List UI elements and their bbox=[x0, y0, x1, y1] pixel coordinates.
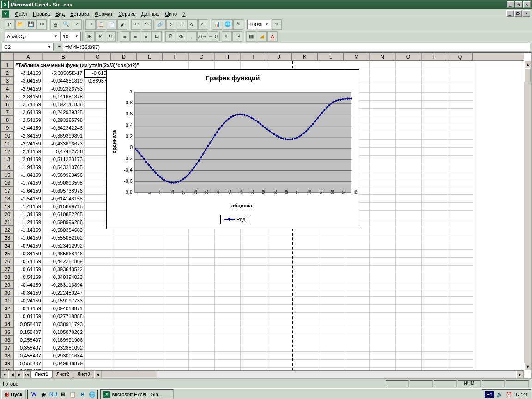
row-header[interactable]: 11 bbox=[1, 139, 14, 147]
merge-center-button[interactable]: ⊞ bbox=[151, 31, 162, 42]
cell[interactable]: -0,044851819 bbox=[43, 77, 85, 85]
cell[interactable] bbox=[396, 203, 422, 211]
cell[interactable] bbox=[318, 289, 344, 297]
cell[interactable] bbox=[292, 61, 318, 69]
cell[interactable] bbox=[447, 328, 473, 336]
map-button[interactable]: 🌐 bbox=[223, 19, 233, 30]
cell[interactable] bbox=[163, 258, 189, 266]
cell[interactable] bbox=[318, 61, 344, 69]
cell[interactable]: -0,141681878 bbox=[43, 93, 85, 101]
cell[interactable] bbox=[241, 273, 266, 281]
cell[interactable] bbox=[447, 109, 473, 116]
cell[interactable] bbox=[396, 328, 422, 336]
cell[interactable] bbox=[396, 344, 422, 352]
column-header-E[interactable]: E bbox=[137, 53, 163, 61]
cell[interactable] bbox=[422, 258, 447, 266]
cell[interactable] bbox=[447, 320, 473, 328]
cell[interactable] bbox=[447, 93, 473, 101]
cell[interactable] bbox=[344, 352, 370, 360]
mdi-minimize-button[interactable]: _ bbox=[506, 10, 514, 17]
cell[interactable]: 0,258407 bbox=[14, 336, 43, 344]
cell[interactable] bbox=[163, 305, 189, 313]
cell[interactable] bbox=[111, 297, 137, 305]
row-header[interactable]: 10 bbox=[1, 132, 14, 139]
cell[interactable] bbox=[370, 93, 396, 101]
cell[interactable]: -0,342342246 bbox=[43, 124, 85, 132]
cell[interactable] bbox=[137, 320, 163, 328]
cell[interactable] bbox=[370, 203, 396, 211]
cell[interactable] bbox=[447, 69, 473, 77]
cell[interactable] bbox=[292, 234, 318, 242]
cell[interactable] bbox=[422, 218, 447, 226]
cell[interactable] bbox=[370, 360, 396, 368]
cell[interactable] bbox=[137, 273, 163, 281]
cell[interactable] bbox=[370, 289, 396, 297]
cell[interactable]: -0,092326753 bbox=[43, 85, 85, 93]
cell[interactable] bbox=[163, 250, 189, 258]
column-header-B[interactable]: B bbox=[42, 53, 84, 61]
toolbar-handle[interactable] bbox=[2, 32, 3, 41]
cell[interactable] bbox=[137, 258, 163, 266]
cell[interactable] bbox=[163, 328, 189, 336]
underline-button[interactable]: Ч bbox=[106, 31, 116, 42]
cell[interactable] bbox=[447, 156, 473, 163]
cell[interactable] bbox=[344, 289, 370, 297]
cell[interactable]: -3,14159 bbox=[14, 69, 43, 77]
cell[interactable] bbox=[111, 250, 137, 258]
cell[interactable] bbox=[370, 281, 396, 289]
cell[interactable] bbox=[189, 281, 215, 289]
zoom-select[interactable]: 100%▼ bbox=[247, 20, 271, 29]
cell[interactable] bbox=[396, 250, 422, 258]
cell[interactable] bbox=[396, 101, 422, 109]
cell[interactable] bbox=[447, 234, 473, 242]
cell[interactable] bbox=[370, 344, 396, 352]
row-header[interactable]: 12 bbox=[1, 147, 14, 155]
cell[interactable] bbox=[396, 360, 422, 368]
cell[interactable]: -0,84159 bbox=[14, 250, 43, 258]
font-color-button[interactable]: A bbox=[267, 31, 278, 42]
quicklaunch-icon[interactable]: 📋 bbox=[68, 390, 77, 399]
cell[interactable] bbox=[422, 273, 447, 281]
cell[interactable] bbox=[447, 352, 473, 360]
cell[interactable]: -0,04159 bbox=[14, 313, 43, 320]
cell[interactable]: -0,293265798 bbox=[43, 116, 85, 124]
cell[interactable] bbox=[422, 69, 447, 77]
cell[interactable] bbox=[85, 266, 111, 273]
cell[interactable] bbox=[215, 281, 241, 289]
cell[interactable]: -0,94159 bbox=[14, 242, 43, 250]
row-header[interactable]: 4 bbox=[1, 85, 14, 92]
scroll-up-button[interactable]: ▲ bbox=[524, 61, 532, 68]
cell[interactable] bbox=[396, 218, 422, 226]
column-header-N[interactable]: N bbox=[369, 53, 395, 61]
cell[interactable] bbox=[292, 328, 318, 336]
ie-icon[interactable]: e bbox=[78, 390, 86, 399]
cell[interactable] bbox=[396, 132, 422, 140]
cell[interactable] bbox=[370, 124, 396, 132]
cell[interactable] bbox=[422, 211, 447, 218]
cell[interactable] bbox=[85, 258, 111, 266]
cell[interactable] bbox=[318, 258, 344, 266]
cell[interactable] bbox=[189, 336, 215, 344]
cell[interactable] bbox=[85, 250, 111, 258]
cell[interactable] bbox=[447, 101, 473, 109]
cell[interactable]: -0,340394023 bbox=[43, 273, 85, 281]
row-header[interactable]: 32 bbox=[1, 304, 14, 312]
paste-button[interactable]: 📄 bbox=[107, 19, 117, 30]
cell[interactable] bbox=[396, 258, 422, 266]
row-header[interactable]: 35 bbox=[1, 328, 14, 336]
cell[interactable]: -0,485668446 bbox=[43, 250, 85, 258]
cell[interactable] bbox=[241, 320, 266, 328]
cell[interactable] bbox=[215, 305, 241, 313]
cell[interactable] bbox=[396, 336, 422, 344]
row-header[interactable]: 18 bbox=[1, 194, 14, 202]
column-header-J[interactable]: J bbox=[266, 53, 292, 61]
cell[interactable] bbox=[370, 273, 396, 281]
borders-button[interactable]: ▦ bbox=[246, 31, 256, 42]
cell[interactable] bbox=[292, 250, 318, 258]
cell[interactable] bbox=[266, 320, 292, 328]
cell[interactable] bbox=[396, 313, 422, 320]
bold-button[interactable]: Ж bbox=[85, 31, 95, 42]
cell[interactable] bbox=[137, 250, 163, 258]
cell[interactable]: -0,54159 bbox=[14, 273, 43, 281]
row-header[interactable]: 14 bbox=[1, 163, 14, 171]
